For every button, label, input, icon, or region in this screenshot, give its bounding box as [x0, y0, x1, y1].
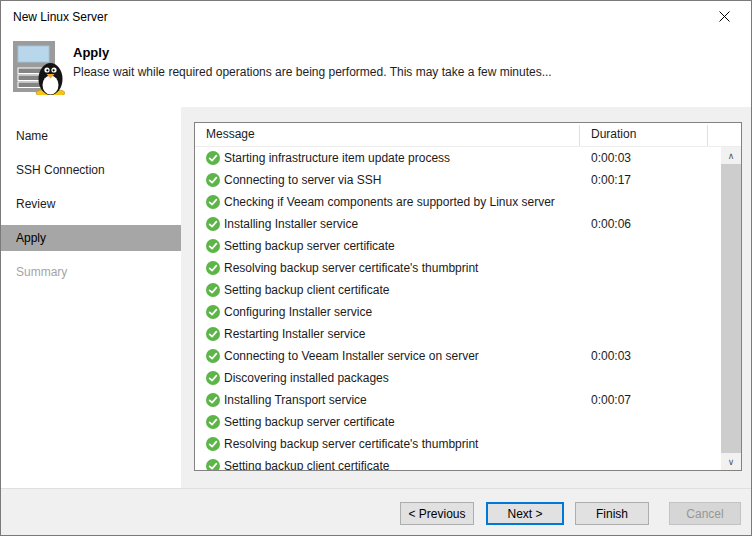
table-row[interactable]: Connecting to server via SSH 0:00:17	[195, 170, 720, 192]
log-rows: Starting infrastructure item update proc…	[195, 148, 720, 471]
success-check-icon	[206, 371, 220, 385]
log-message: Setting backup server certificate	[224, 239, 395, 253]
log-message: Setting backup client certificate	[224, 283, 389, 297]
cancel-button: Cancel	[669, 502, 741, 525]
log-message: Setting backup client certificate	[224, 459, 389, 471]
close-button[interactable]	[705, 1, 743, 31]
success-check-icon	[206, 173, 220, 187]
step-title: Apply	[73, 45, 109, 60]
sidebar-item-summary[interactable]: Summary	[1, 259, 181, 285]
table-row[interactable]: Discovering installed packages	[195, 368, 720, 390]
table-row[interactable]: Resolving backup server certificate's th…	[195, 434, 720, 456]
scroll-up-button[interactable]: ∧	[721, 147, 741, 164]
wizard-steps: Name SSH Connection Review Apply Summary	[1, 123, 181, 293]
progress-log-table: Message Duration Starting infrastructure…	[194, 122, 742, 471]
success-check-icon	[206, 437, 220, 451]
success-check-icon	[206, 283, 220, 297]
column-separator[interactable]	[707, 125, 708, 146]
success-check-icon	[206, 239, 220, 253]
vertical-scrollbar[interactable]: ∧ ∨	[721, 147, 741, 470]
table-row[interactable]: Setting backup client certificate	[195, 280, 720, 302]
table-row[interactable]: Resolving backup server certificate's th…	[195, 258, 720, 280]
success-check-icon	[206, 151, 220, 165]
table-header: Message Duration	[195, 123, 741, 147]
scroll-down-button[interactable]: ∨	[721, 453, 741, 470]
sidebar-item-ssh-connection[interactable]: SSH Connection	[1, 157, 181, 183]
log-message: Configuring Installer service	[224, 305, 372, 319]
chevron-down-icon: ∨	[728, 457, 735, 467]
success-check-icon	[206, 349, 220, 363]
success-check-icon	[206, 305, 220, 319]
new-linux-server-wizard-window: New Linux Server Apply Please wait while…	[0, 0, 752, 536]
log-duration: 0:00:03	[591, 151, 631, 165]
log-message: Starting infrastructure item update proc…	[224, 151, 450, 165]
log-message: Setting backup server certificate	[224, 415, 395, 429]
finish-button[interactable]: Finish	[575, 502, 649, 525]
sidebar-item-review[interactable]: Review	[1, 191, 181, 217]
footer-bar: < Previous Next > Finish Cancel	[1, 488, 751, 536]
log-message: Discovering installed packages	[224, 371, 389, 385]
titlebar: New Linux Server	[1, 1, 751, 33]
log-duration: 0:00:06	[591, 217, 631, 231]
log-message: Resolving backup server certificate's th…	[224, 437, 478, 451]
chevron-up-icon: ∧	[728, 151, 735, 161]
log-message: Checking if Veeam components are support…	[224, 195, 555, 209]
step-label: Summary	[16, 265, 67, 279]
log-message: Connecting to server via SSH	[224, 173, 381, 187]
success-check-icon	[206, 393, 220, 407]
table-row[interactable]: Checking if Veeam components are support…	[195, 192, 720, 214]
step-label: Apply	[16, 231, 46, 245]
log-duration: 0:00:07	[591, 393, 631, 407]
sidebar-item-apply[interactable]: Apply	[1, 225, 181, 251]
log-message: Restarting Installer service	[224, 327, 365, 341]
log-message: Installing Transport service	[224, 393, 367, 407]
scrollbar-thumb[interactable]	[721, 164, 741, 453]
step-label: Review	[16, 197, 55, 211]
linux-server-icon	[9, 39, 65, 95]
log-duration: 0:00:17	[591, 173, 631, 187]
step-subtitle: Please wait while required operations ar…	[73, 65, 693, 79]
success-check-icon	[206, 459, 220, 471]
success-check-icon	[206, 327, 220, 341]
column-separator[interactable]	[579, 125, 580, 146]
step-label: SSH Connection	[16, 163, 105, 177]
success-check-icon	[206, 261, 220, 275]
log-message: Resolving backup server certificate's th…	[224, 261, 478, 275]
window-title: New Linux Server	[13, 10, 108, 24]
column-header-duration[interactable]: Duration	[591, 127, 636, 141]
close-icon	[719, 11, 730, 22]
previous-button[interactable]: < Previous	[400, 502, 474, 525]
step-label: Name	[16, 129, 48, 143]
success-check-icon	[206, 217, 220, 231]
log-message: Installing Installer service	[224, 217, 358, 231]
table-row[interactable]: Setting backup server certificate	[195, 412, 720, 434]
table-row[interactable]: Connecting to Veeam Installer service on…	[195, 346, 720, 368]
table-row[interactable]: Setting backup server certificate	[195, 236, 720, 258]
success-check-icon	[206, 415, 220, 429]
sidebar-item-name[interactable]: Name	[1, 123, 181, 149]
success-check-icon	[206, 195, 220, 209]
log-duration: 0:00:03	[591, 349, 631, 363]
table-row[interactable]: Configuring Installer service	[195, 302, 720, 324]
log-message: Connecting to Veeam Installer service on…	[224, 349, 479, 363]
next-button[interactable]: Next >	[486, 502, 564, 525]
table-row[interactable]: Starting infrastructure item update proc…	[195, 148, 720, 170]
table-row[interactable]: Installing Transport service 0:00:07	[195, 390, 720, 412]
table-row[interactable]: Installing Installer service 0:00:06	[195, 214, 720, 236]
table-row[interactable]: Setting backup client certificate	[195, 456, 720, 471]
table-row[interactable]: Restarting Installer service	[195, 324, 720, 346]
column-header-message[interactable]: Message	[206, 127, 255, 141]
